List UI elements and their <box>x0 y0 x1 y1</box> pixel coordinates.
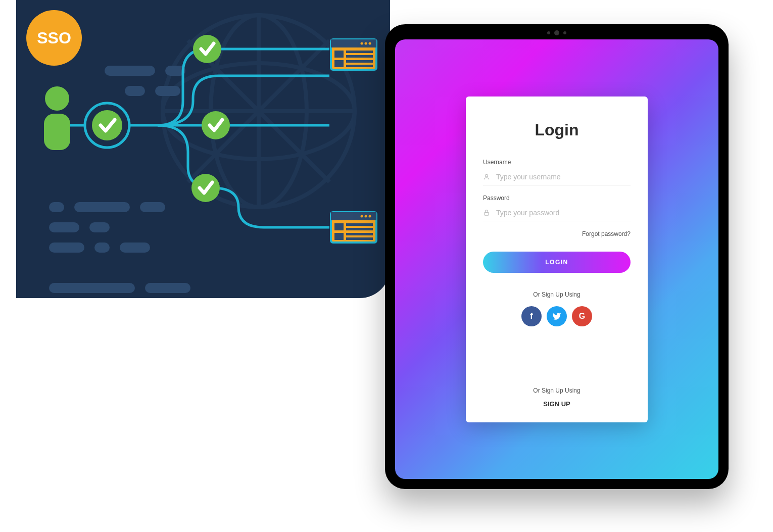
forgot-password-link[interactable]: Forgot password? <box>483 230 631 237</box>
signup-link[interactable]: SIGN UP <box>543 400 570 408</box>
svg-point-42 <box>369 215 371 218</box>
svg-point-51 <box>486 174 488 177</box>
svg-rect-50 <box>346 237 373 240</box>
svg-rect-48 <box>334 233 344 240</box>
svg-point-21 <box>45 86 69 111</box>
login-button[interactable]: LOGIN <box>483 252 631 273</box>
svg-point-31 <box>369 42 371 45</box>
tablet-screen: Login Username Password <box>395 39 718 479</box>
or-signup-bottom-text: Or Sign Up Using <box>483 387 631 394</box>
svg-rect-35 <box>346 51 373 53</box>
signup-section: Or Sign Up Using SIGN UP <box>483 387 631 408</box>
sso-illustration-panel: SSO <box>16 0 390 298</box>
password-field: Password <box>483 195 631 221</box>
tablet-camera <box>547 30 566 35</box>
google-login-button[interactable]: G <box>572 306 592 326</box>
user-icon <box>483 173 491 180</box>
svg-point-44 <box>361 215 363 218</box>
password-label: Password <box>483 195 631 202</box>
svg-point-32 <box>365 42 367 45</box>
username-field: Username <box>483 159 631 185</box>
svg-rect-22 <box>44 114 70 150</box>
svg-rect-49 <box>346 233 373 235</box>
social-login-row: f G <box>483 306 631 326</box>
password-input[interactable] <box>496 209 631 217</box>
svg-rect-45 <box>334 223 344 230</box>
facebook-icon: f <box>530 312 533 321</box>
svg-rect-46 <box>346 223 373 226</box>
username-label: Username <box>483 159 631 166</box>
svg-point-26 <box>193 35 221 63</box>
svg-point-28 <box>191 174 220 202</box>
tablet-frame: Login Username Password <box>385 24 729 489</box>
svg-point-43 <box>365 215 367 218</box>
svg-rect-52 <box>485 212 489 215</box>
svg-rect-37 <box>334 60 344 67</box>
svg-rect-47 <box>346 228 373 230</box>
svg-rect-38 <box>346 60 373 63</box>
login-card: Login Username Password <box>466 96 648 422</box>
google-icon: G <box>579 312 585 321</box>
login-title: Login <box>483 121 631 139</box>
sso-badge: SSO <box>26 10 82 66</box>
or-signup-social-text: Or Sign Up Using <box>483 291 631 298</box>
sso-badge-label: SSO <box>37 29 71 47</box>
svg-rect-36 <box>346 55 373 58</box>
svg-point-27 <box>202 111 230 139</box>
svg-rect-34 <box>334 51 344 58</box>
facebook-login-button[interactable]: f <box>521 306 542 326</box>
svg-point-25 <box>92 110 122 140</box>
twitter-login-button[interactable] <box>547 306 567 326</box>
username-input[interactable] <box>496 173 631 181</box>
twitter-icon <box>552 312 561 321</box>
lock-icon <box>483 209 491 216</box>
svg-point-33 <box>361 42 363 45</box>
svg-rect-39 <box>346 65 373 67</box>
